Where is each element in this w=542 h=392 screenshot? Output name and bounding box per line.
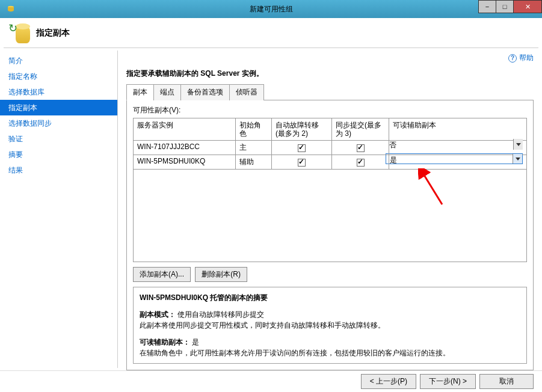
col-readable: 可读辅助副本 [389, 118, 527, 141]
col-role: 初始角色 [236, 118, 272, 141]
help-icon: ? [508, 54, 517, 63]
cell-readable[interactable]: 是 [389, 155, 527, 170]
main-panel: ? 帮助 指定要承载辅助副本的 SQL Server 实例。 副本 端点 备份首… [118, 48, 542, 370]
readable-dropdown[interactable]: 否 [386, 139, 523, 150]
instruction-text: 指定要承载辅助副本的 SQL Server 实例。 [126, 69, 534, 79]
wizard-header: ↻ 指定副本 [4, 18, 538, 48]
cell-role: 主 [236, 141, 272, 155]
summary-mode-desc: 此副本将使用同步提交可用性模式，同时支持自动故障转移和手动故障转移。 [140, 320, 520, 331]
tab-row: 副本 端点 备份首选项 侦听器 [126, 84, 534, 100]
window-title: 新建可用性组 [0, 4, 542, 14]
cell-readable[interactable]: 否 [389, 141, 527, 155]
sidebar-item-name[interactable]: 指定名称 [0, 69, 117, 84]
tab-endpoints[interactable]: 端点 [153, 84, 181, 100]
cell-server: WIN-5PMSDHUI0KQ [134, 155, 236, 170]
close-button[interactable]: ✕ [513, 0, 542, 13]
sidebar-item-summary[interactable]: 摘要 [0, 147, 117, 162]
maximize-button[interactable]: □ [496, 0, 514, 13]
readable-dropdown[interactable]: 是 [386, 153, 523, 164]
cancel-button[interactable]: 取消 [479, 374, 534, 389]
body: 简介 指定名称 选择数据库 指定副本 选择数据同步 验证 摘要 结果 ? 帮助 … [0, 48, 542, 370]
replica-summary: WIN-5PMSDHUI0KQ 托管的副本的摘要 副本模式： 使用自动故障转移同… [133, 287, 527, 364]
app-icon [4, 2, 18, 16]
minimize-button[interactable]: − [478, 0, 496, 13]
checkbox-icon[interactable] [357, 159, 365, 167]
wizard-steps-sidebar: 简介 指定名称 选择数据库 指定副本 选择数据同步 验证 摘要 结果 [0, 48, 117, 370]
summary-readable-value: 是 [192, 338, 199, 346]
summary-readable-label: 可读辅助副本： [140, 338, 190, 346]
help-label: 帮助 [519, 53, 534, 63]
col-server: 服务器实例 [134, 118, 236, 141]
cell-role: 辅助 [236, 155, 272, 170]
chevron-down-icon[interactable] [513, 154, 522, 164]
chevron-down-icon[interactable] [513, 139, 523, 150]
tab-backup-prefs[interactable]: 备份首选项 [180, 84, 230, 100]
tab-panel-replicas: 可用性副本(V): 服务器实例 初始角色 自动故障转移(最多为 2) 同步提交(… [126, 100, 534, 370]
cell-sync-commit[interactable] [332, 155, 389, 170]
wizard-icon: ↻ [10, 23, 30, 43]
col-sync-commit: 同步提交(最多为 3) [332, 118, 389, 141]
add-replica-button[interactable]: 添加副本(A)... [133, 267, 191, 282]
sidebar-item-results[interactable]: 结果 [0, 162, 117, 178]
grid-row[interactable]: WIN-7107JJJ2BCC 主 否 [134, 141, 527, 155]
remove-replica-button[interactable]: 删除副本(R) [195, 267, 247, 282]
grid-row[interactable]: WIN-5PMSDHUI0KQ 辅助 是 [134, 155, 527, 170]
grid-empty-area [133, 170, 527, 262]
help-link[interactable]: ? 帮助 [508, 53, 534, 63]
cell-sync-commit[interactable] [332, 141, 389, 155]
replica-buttons: 添加副本(A)... 删除副本(R) [133, 267, 527, 282]
summary-mode-label: 副本模式： [140, 310, 176, 319]
checkbox-icon[interactable] [298, 159, 306, 167]
grid-caption: 可用性副本(V): [133, 105, 527, 115]
sidebar-item-validation[interactable]: 验证 [0, 131, 117, 147]
replica-grid[interactable]: 服务器实例 初始角色 自动故障转移(最多为 2) 同步提交(最多为 3) 可读辅… [133, 118, 527, 170]
tab-listener[interactable]: 侦听器 [229, 84, 264, 100]
next-button[interactable]: 下一步(N) > [420, 374, 476, 389]
title-bar: 新建可用性组 − □ ✕ [0, 0, 542, 18]
summary-title: WIN-5PMSDHUI0KQ 托管的副本的摘要 [140, 292, 520, 303]
col-auto-failover: 自动故障转移(最多为 2) [272, 118, 332, 141]
checkbox-icon[interactable] [298, 144, 306, 152]
page-heading: 指定副本 [36, 28, 70, 38]
tab-replicas[interactable]: 副本 [126, 84, 154, 100]
prev-button[interactable]: < 上一步(P) [361, 374, 416, 389]
sidebar-item-data-sync[interactable]: 选择数据同步 [0, 115, 117, 131]
cell-auto-failover[interactable] [272, 141, 332, 155]
grid-header-row: 服务器实例 初始角色 自动故障转移(最多为 2) 同步提交(最多为 3) 可读辅… [134, 118, 527, 141]
summary-readable-desc: 在辅助角色中，此可用性副本将允许用于读访问的所有连接，包括使用较旧的客户端运行的… [140, 348, 520, 358]
sidebar-item-replicas[interactable]: 指定副本 [0, 100, 117, 115]
cell-auto-failover[interactable] [272, 155, 332, 170]
window-controls: − □ ✕ [479, 0, 542, 13]
summary-mode-value: 使用自动故障转移同步提交 [177, 310, 264, 319]
sidebar-item-intro[interactable]: 简介 [0, 53, 117, 69]
sidebar-item-select-db[interactable]: 选择数据库 [0, 84, 117, 100]
wizard-footer: < 上一步(P) 下一步(N) > 取消 [0, 370, 542, 392]
checkbox-icon[interactable] [357, 144, 365, 152]
cell-server: WIN-7107JJJ2BCC [134, 141, 236, 155]
